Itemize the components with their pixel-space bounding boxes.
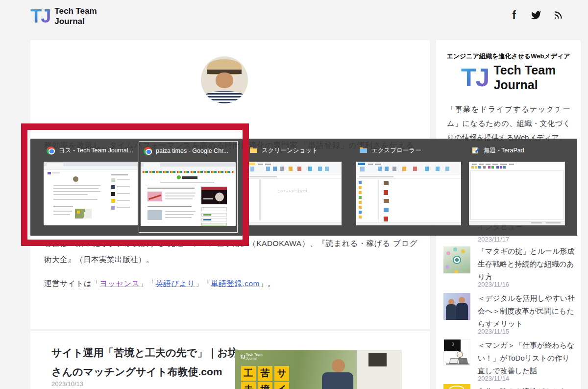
link-yossense[interactable]: ヨッセンス <box>99 279 140 288</box>
article-date: 2023/10/13 <box>51 380 83 388</box>
sidebar-article-date: 2023/11/14 <box>478 375 509 382</box>
link-eigo-biyori[interactable]: 英語びより <box>155 279 195 288</box>
author-avatar[interactable] <box>201 56 248 103</box>
sidebar-article-thumb[interactable] <box>443 246 470 273</box>
sidebar-article-date: 2023/11/15 <box>478 328 509 335</box>
sidebar-article-date: 2023/11/17 <box>478 236 509 243</box>
switcher-window-screenshots[interactable]: スクリーンショット <box>245 141 343 233</box>
sidebar-tagline: エンジニア組織を進化させるWebメディア <box>436 52 581 61</box>
empty-folder-hint: このフォルダーは空です。 <box>261 189 327 193</box>
sidebar-logo[interactable]: TJ Tech TeamJournal <box>436 63 581 92</box>
site-logo[interactable]: TJ Tech Team Journal <box>30 6 97 27</box>
article-card: サイト運用「苦境と工夫の先で」｜お坊さんのマッチングサイト布教使.com 202… <box>30 331 430 389</box>
article-title[interactable]: サイト運用「苦境と工夫の先で」｜お坊さんのマッチングサイト布教使.com <box>51 343 240 381</box>
window-thumbnail <box>469 162 565 225</box>
window-title: 無題 - TeraPad <box>484 146 524 155</box>
facebook-icon[interactable]: f <box>509 10 519 21</box>
page: TJ Tech Team Journal f 務効率を改善し、タイムパフォーマン… <box>0 0 588 389</box>
window-title: スクリーンショット <box>262 146 318 155</box>
author-bio-sites: 運営サイトは「ヨッセンス」「英語びより」「単語登録.com」。 <box>44 279 417 289</box>
site-logo-text: Tech Team Journal <box>54 6 97 27</box>
switcher-window-explorer[interactable]: エクスプローラー <box>355 141 463 233</box>
sidebar-article-thumb[interactable] <box>443 293 470 320</box>
sidebar-article-title[interactable]: ＜マンガ＞「仕事が終わらない！」がToDoリストの作り直しで改善した話 <box>478 339 577 377</box>
sidebar-description: 「事業をドライブするテックチーム」になるための、組織・文化づくりの情報を提供する… <box>447 102 570 145</box>
sidebar-article-date: 2023/11/16 <box>478 281 509 288</box>
twitter-icon[interactable] <box>531 10 541 21</box>
sidebar-article-title[interactable]: ＜デジタルを活用しやすい社会へ＞制度改革が民間にもたらすメリット <box>478 292 577 330</box>
rss-icon[interactable] <box>553 10 564 21</box>
tj-logo-icon: TJ <box>30 7 50 25</box>
window-title: エクスプローラー <box>371 146 421 155</box>
window-thumbnail: このフォルダーは空です。 <box>246 162 342 225</box>
terapad-icon <box>472 146 480 155</box>
folder-icon <box>359 146 368 155</box>
sidebar-article-thumb[interactable]: ☽ <box>443 339 470 366</box>
annotation-red-rectangle <box>21 123 249 246</box>
sidebar-article-title[interactable]: 自分の強みや適性がわから <box>478 385 577 389</box>
social-links: f <box>509 10 564 21</box>
link-tangotouroku[interactable]: 単語登録.com <box>211 279 260 288</box>
folder-icon <box>249 146 258 155</box>
sidebar-article-thumb[interactable] <box>443 384 470 389</box>
sidebar-article-title[interactable]: 「マタギの掟」とルール形成 生存戦略と持続的な組織のあり方 <box>478 245 577 283</box>
thumbnail-logo: TJ Tech TeamJournal <box>240 353 263 361</box>
article-thumbnail[interactable]: 工夫 苦境 サイ TJ Tech TeamJournal <box>235 350 402 389</box>
window-thumbnail <box>356 162 461 225</box>
switcher-window-terapad[interactable]: 無題 - TeraPad <box>467 141 566 233</box>
tj-logo-icon: TJ <box>461 65 489 90</box>
